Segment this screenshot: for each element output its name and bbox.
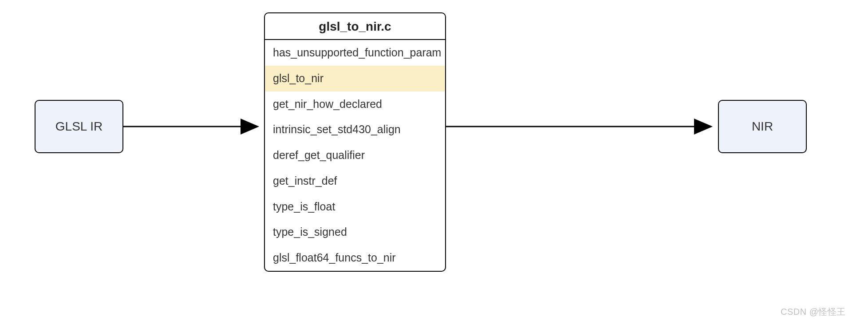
list-item: type_is_float: [265, 194, 445, 220]
list-item: glsl_float64_funcs_to_nir: [265, 245, 445, 271]
list-item: intrinsic_set_std430_align: [265, 117, 445, 143]
diagram-root: GLSL IR glsl_to_nir.c has_unsupported_fu…: [0, 0, 868, 325]
center-function-list: has_unsupported_function_param glsl_to_n…: [265, 40, 445, 271]
list-item: get_instr_def: [265, 168, 445, 194]
center-title: glsl_to_nir.c: [265, 13, 445, 40]
node-glsl-ir-label: GLSL IR: [55, 119, 103, 134]
node-glsl-to-nir-file: glsl_to_nir.c has_unsupported_function_p…: [264, 12, 446, 272]
node-glsl-ir: GLSL IR: [35, 100, 123, 153]
arrow-center-to-right: [446, 120, 718, 133]
list-item: deref_get_qualifier: [265, 143, 445, 168]
list-item: has_unsupported_function_param: [265, 40, 445, 66]
list-item: glsl_to_nir: [265, 66, 445, 91]
node-nir: NIR: [718, 100, 807, 153]
list-item: get_nir_how_declared: [265, 91, 445, 117]
arrow-left-to-center: [123, 120, 265, 133]
watermark: CSDN @怪怪王: [781, 306, 846, 318]
list-item: type_is_signed: [265, 219, 445, 245]
node-nir-label: NIR: [752, 119, 773, 134]
